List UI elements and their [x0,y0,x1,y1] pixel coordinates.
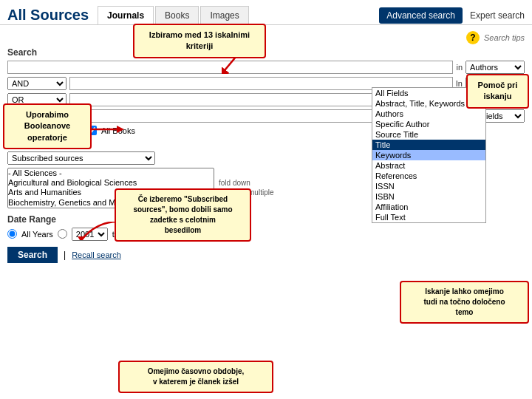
annotation-top-center: Izbiramo med 13 iskalnimi kriteriji [133,24,266,58]
field-option-references[interactable]: References [372,171,485,181]
field-option-keywords[interactable]: Keywords [372,150,485,160]
fold-down-label: fold down [219,179,273,187]
arrow-boolean [87,122,124,137]
tab-images[interactable]: Images [200,6,248,24]
all-years-label: All Years [21,230,53,239]
arrow-subscribed [74,222,118,240]
help-icon[interactable]: ? [466,31,480,44]
annotation-subscribed: Če izberemo "Subscribed sources", bomo d… [115,188,251,242]
field-option-authors[interactable]: Authors [372,109,485,119]
svg-marker-0 [117,126,124,133]
field-option-affiliation[interactable]: Affiliation [372,202,485,212]
bottom-row: Search | Recall search [7,247,525,263]
search-label: Search [7,47,525,58]
field-option-source-title[interactable]: Source Title [372,129,485,140]
annotation-bottom-right: Iskanje lahko omejimo tudi na točno dolo… [400,281,529,324]
search-tips-link[interactable]: Search tips [484,33,525,42]
annotation-middle: Uporabimo Booleanove operatorje [3,103,92,149]
field-select-1[interactable]: Authors [466,61,525,74]
page-title: All Sources [7,7,89,24]
field-option-fulltext[interactable]: Full Text [372,212,485,222]
tab-journals[interactable]: Journals [98,6,154,24]
field-option-isbn[interactable]: ISBN [372,191,485,202]
tab-books[interactable]: Books [155,6,199,24]
in-label-1: in [456,63,463,72]
field-option-title[interactable]: Title [372,140,485,150]
advanced-search-button[interactable]: Advanced search [379,7,463,24]
field-option-abstract[interactable]: Abstract [372,160,485,171]
expert-search-link[interactable]: Expert search [470,10,525,21]
field-option-issn[interactable]: ISSN [372,181,485,191]
search-button[interactable]: Search [7,247,58,263]
source-select[interactable]: Subscribed sources All sources Subscribe… [7,151,155,165]
operator-select-2[interactable]: ANDORAND NOT [7,77,66,90]
top-nav: All Sources Journals Books Images Advanc… [0,0,532,25]
all-years-radio[interactable] [7,229,17,239]
main-container: All Sources Journals Books Images Advanc… [0,0,532,399]
recall-search-link[interactable]: Recall search [72,250,121,259]
custom-year-radio[interactable] [58,229,67,239]
field-option-specific-author[interactable]: Specific Author [372,119,485,129]
annotation-right: Pomoč pri iskanju [466,74,529,109]
search-row-1: in Authors [7,61,525,74]
annotation-bottom-center: Omejimo časovno obdobje, v katerem je čl… [118,361,273,393]
